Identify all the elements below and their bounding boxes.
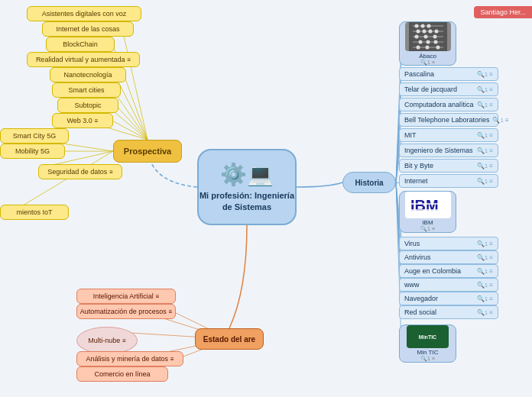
leaf-internet-cosas[interactable]: Internet de las cosas bbox=[42, 21, 134, 37]
leaf-mit[interactable]: MIT 🔍1 ≡ bbox=[399, 128, 498, 142]
leaf-analisis[interactable]: Análisis y minería de datos ≡ bbox=[76, 351, 183, 366]
svg-text:IBM: IBM bbox=[410, 197, 439, 214]
svg-line-11 bbox=[11, 151, 113, 212]
mintic-logo: MinTIC bbox=[407, 325, 449, 348]
mindmap-container: Santiago Her... bbox=[0, 0, 532, 397]
leaf-computadora[interactable]: Computadora analítica 🔍1 ≡ bbox=[399, 98, 498, 111]
svg-point-47 bbox=[423, 34, 427, 38]
svg-point-50 bbox=[426, 40, 430, 44]
leaf-auge[interactable]: Auge en Colombia 🔍1 ≡ bbox=[399, 264, 498, 278]
leaf-comercio[interactable]: Comercio en línea bbox=[76, 366, 168, 382]
svg-point-41 bbox=[427, 24, 430, 27]
leaf-web30[interactable]: Web 3.0 ≡ bbox=[52, 113, 113, 128]
svg-point-52 bbox=[416, 45, 420, 49]
svg-point-54 bbox=[436, 45, 440, 49]
leaf-nanotecnologia[interactable]: Nanotecnología bbox=[50, 67, 126, 82]
prospectiva-node[interactable]: Prospectiva bbox=[113, 140, 182, 163]
estado-label: Estado del are bbox=[203, 335, 255, 344]
leaf-pascalina[interactable]: Pascalina 🔍1 ≡ bbox=[399, 67, 498, 81]
historia-label: Historia bbox=[355, 179, 383, 187]
leaf-www[interactable]: www 🔍1 ≡ bbox=[399, 278, 498, 292]
svg-point-49 bbox=[418, 40, 422, 44]
abacus-label: Ábaco bbox=[419, 53, 436, 60]
leaf-bit[interactable]: Bit y Byte 🔍1 ≡ bbox=[399, 159, 498, 173]
svg-point-42 bbox=[416, 29, 420, 33]
abacus-node[interactable]: Ábaco 🔍1 ≡ bbox=[399, 21, 456, 66]
svg-point-44 bbox=[428, 29, 432, 33]
ibm-node[interactable]: IBM IBM 🔍1 ≡ bbox=[399, 191, 456, 233]
leaf-red-social[interactable]: Red social 🔍1 ≡ bbox=[399, 305, 498, 319]
leaf-multinube[interactable]: Multi-nube ≡ bbox=[76, 327, 138, 354]
historia-node[interactable]: Historia bbox=[342, 172, 396, 193]
leaf-smartcity5g[interactable]: Smart City 5G bbox=[0, 128, 69, 144]
leaf-navegador[interactable]: Navegador 🔍1 ≡ bbox=[399, 292, 498, 305]
leaf-ingeniero[interactable]: Ingeniero de Sistemas 🔍1 ≡ bbox=[399, 144, 498, 157]
svg-point-48 bbox=[433, 34, 436, 38]
leaf-automatizacion[interactable]: Automatización de procesos ≡ bbox=[76, 304, 176, 319]
user-badge: Santiago Her... bbox=[474, 6, 532, 18]
svg-point-51 bbox=[433, 40, 437, 44]
leaf-smart-cities[interactable]: Smart cities bbox=[52, 82, 121, 98]
svg-point-40 bbox=[420, 24, 424, 27]
leaf-blockchain[interactable]: BlockChain bbox=[46, 37, 115, 52]
leaf-antivirus[interactable]: Antivirus 🔍1 ≡ bbox=[399, 250, 498, 264]
leaf-mobility5g[interactable]: Mobility 5G bbox=[0, 144, 65, 159]
prospectiva-label: Prospectiva bbox=[124, 147, 171, 156]
central-label: Mi profesión: Ingeniería de Sistemas bbox=[199, 190, 295, 212]
svg-point-39 bbox=[414, 24, 418, 27]
leaf-bell[interactable]: Bell Telephone Laboratories 🔍1 ≡ bbox=[399, 113, 498, 127]
svg-point-45 bbox=[434, 29, 438, 33]
svg-point-43 bbox=[422, 29, 426, 33]
ibm-label: IBM bbox=[422, 219, 433, 226]
leaf-asistentes[interactable]: Asistentes digitales con voz bbox=[27, 6, 141, 21]
estado-node[interactable]: Estado del are bbox=[195, 328, 264, 350]
leaf-internet[interactable]: Internet 🔍1 ≡ bbox=[399, 174, 498, 188]
leaf-ia[interactable]: Inteligencia Artificial ≡ bbox=[76, 289, 176, 304]
ibm-image: IBM bbox=[405, 192, 451, 218]
mintic-label: Min TIC bbox=[417, 349, 439, 356]
leaf-iot[interactable]: mientos IoT bbox=[0, 205, 69, 220]
svg-point-46 bbox=[414, 34, 418, 38]
abacus-image bbox=[405, 22, 451, 51]
central-node[interactable]: ⚙️💻 Mi profesión: Ingeniería de Sistemas bbox=[197, 149, 297, 225]
leaf-virus[interactable]: Virus 🔍1 ≡ bbox=[399, 237, 498, 250]
svg-point-53 bbox=[425, 45, 429, 49]
leaf-realidad-virtual[interactable]: Realidad virtual y aumentada ≡ bbox=[27, 52, 140, 67]
leaf-subtopic[interactable]: Subtopic bbox=[57, 98, 118, 113]
central-icon: ⚙️💻 bbox=[220, 162, 274, 187]
mintic-node[interactable]: MinTIC Min TIC 🔍1 ≡ bbox=[399, 324, 456, 363]
leaf-telar[interactable]: Telar de jacquard 🔍1 ≡ bbox=[399, 82, 498, 96]
leaf-seguridad[interactable]: Seguridad de datos ≡ bbox=[38, 164, 122, 179]
